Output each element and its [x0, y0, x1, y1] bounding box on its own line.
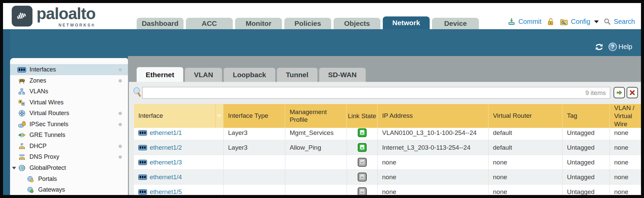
tab-dashboard[interactable]: Dashboard [137, 18, 184, 29]
cell-virtual-router: default [489, 126, 563, 140]
status-dot [119, 145, 122, 148]
cell-management-profile: Mgmt_Services [285, 126, 347, 140]
chevron-down-icon[interactable] [594, 20, 599, 23]
sidebar-item-dhcp[interactable]: IP DHCP [10, 141, 128, 152]
column-header-virtual-router[interactable]: Virtual Router [489, 104, 563, 128]
router-compass-icon [17, 110, 26, 117]
interface-link[interactable]: ethernet1/3 [138, 159, 182, 166]
sidebar-item-vlans[interactable]: VLANs [10, 86, 128, 97]
tab-objects[interactable]: Objects [334, 18, 380, 29]
lock-icon[interactable] [547, 18, 554, 26]
sidebar-item-label: GlobalProtect [29, 164, 66, 171]
waveform-glyph [15, 9, 29, 23]
table-row[interactable]: ethernet1/1 Layer3 Mgmt_Services VLAN010… [134, 126, 641, 140]
cell-interface-type: Layer3 [224, 126, 285, 140]
cell-interface-type: Layer3 [224, 140, 285, 155]
interface-link[interactable]: ethernet1/1 [138, 129, 182, 137]
table-row[interactable]: ethernet1/5 none none Untagged none [134, 185, 641, 195]
interface-name: ethernet1/3 [150, 159, 182, 166]
search-icon[interactable] [604, 18, 611, 25]
globe-portal-icon [26, 176, 35, 183]
config-icon[interactable] [560, 18, 568, 26]
status-dot [119, 112, 122, 115]
cell-vlan-wire: none [610, 140, 641, 155]
tab-policies[interactable]: Policies [284, 18, 331, 29]
table-row[interactable]: ethernet1/2 Layer3 Allow_Ping Internet_L… [134, 140, 641, 155]
table-row[interactable]: ethernet1/3 none none Untagged none [134, 155, 641, 170]
vlan-network-icon [17, 88, 26, 95]
column-header-interface[interactable]: Interface [134, 104, 216, 128]
interface-link[interactable]: ethernet1/4 [138, 174, 182, 181]
sidebar-item-label: DHCP [29, 143, 47, 150]
cell-virtual-router: none [489, 170, 563, 185]
globe-shield-icon [17, 164, 26, 172]
svg-text:IP: IP [20, 143, 23, 146]
sidebar-item-gre-tunnels[interactable]: GRE Tunnels [10, 130, 128, 141]
sidebar-item-label: Zones [29, 77, 46, 84]
tab-vlan[interactable]: VLAN [185, 68, 222, 82]
top-bar: paloalto NETWORKS® Dashboard ACC Monitor… [3, 3, 641, 29]
cell-virtual-router: default [489, 140, 563, 155]
column-sort-dropdown[interactable] [216, 104, 224, 128]
column-header-link-state[interactable]: Link State [347, 104, 378, 128]
search-button[interactable]: Search [614, 18, 635, 26]
tab-loopback[interactable]: Loopback [224, 68, 275, 82]
config-menu[interactable]: Config [571, 18, 590, 26]
cell-vlan-wire: none [610, 170, 641, 185]
filter-input[interactable] [142, 87, 610, 99]
cell-tag: Untagged [563, 140, 610, 155]
tab-monitor[interactable]: Monitor [235, 18, 282, 29]
column-header-vlan-wire[interactable]: VLAN / Virtual Wire [610, 104, 641, 128]
interface-link[interactable]: ethernet1/2 [138, 144, 182, 151]
tab-network[interactable]: Network [383, 16, 430, 29]
commit-icon[interactable] [508, 18, 515, 26]
sidebar-item-label: Virtual Wires [29, 99, 64, 106]
paloalto-logo-icon [12, 6, 32, 27]
cell-link-state [347, 126, 378, 140]
sidebar-item-portals[interactable]: Portals [10, 174, 128, 185]
cell-management-profile: Allow_Ping [285, 140, 347, 155]
sidebar-item-ipsec-tunnels[interactable]: IPSec Tunnels [10, 119, 128, 130]
sidebar-item-dns-proxy[interactable]: DNS DNS Proxy [10, 151, 128, 162]
sidebar-item-label: Virtual Routers [29, 110, 69, 117]
status-dot [119, 68, 122, 71]
ethernet-port-icon [138, 160, 147, 165]
cell-interface-type [224, 155, 285, 170]
apply-filter-button[interactable] [614, 87, 625, 98]
dns-icon: DNS [17, 153, 26, 161]
tab-device[interactable]: Device [432, 18, 479, 29]
sidebar-item-globalprotect[interactable]: GlobalProtect [10, 162, 128, 174]
tab-tunnel[interactable]: Tunnel [277, 68, 317, 82]
sidebar-item-interfaces[interactable]: Interfaces [10, 64, 128, 75]
ethernet-port-icon [138, 189, 147, 195]
column-header-interface-type[interactable]: Interface Type [224, 104, 285, 128]
help-icon: ? [609, 43, 617, 51]
table-row[interactable]: ethernet1/4 none none Untagged none [134, 170, 641, 185]
sidebar-item-virtual-routers[interactable]: Virtual Routers [10, 108, 128, 119]
collapse-triangle-icon[interactable] [12, 167, 16, 169]
column-header-tag[interactable]: Tag [563, 104, 610, 128]
column-header-management-profile[interactable]: Management Profile [285, 104, 347, 128]
tunnel-arrows-icon [17, 132, 26, 139]
tab-acc[interactable]: ACC [186, 18, 233, 29]
cell-tag: Untagged [563, 185, 610, 195]
sidebar-item-zones[interactable]: Zones [10, 75, 128, 86]
sidebar-item-gateways[interactable]: Gateways [10, 184, 128, 195]
sidebar-item-label: GRE Tunnels [29, 132, 65, 139]
interface-link[interactable]: ethernet1/5 [138, 188, 182, 195]
tab-sdwan[interactable]: SD-WAN [319, 68, 366, 82]
refresh-icon[interactable] [594, 43, 604, 51]
tab-ethernet[interactable]: Ethernet [137, 67, 183, 82]
cell-ip-address: VLAN0100_L3_10-1-100-254--24 [378, 126, 489, 140]
banner-actions: ? Help [594, 43, 632, 51]
cell-tag: Untagged [563, 170, 610, 185]
commit-button[interactable]: Commit [518, 18, 542, 26]
column-header-ip-address[interactable]: IP Address [378, 104, 489, 128]
zone-barrier-icon [17, 77, 26, 85]
cell-link-state [347, 155, 378, 170]
interface-name: ethernet1/4 [150, 174, 182, 181]
help-link[interactable]: ? Help [609, 43, 632, 51]
sidebar-item-virtual-wires[interactable]: Virtual Wires [10, 97, 128, 108]
cell-management-profile [285, 170, 347, 185]
clear-filter-button[interactable] [627, 87, 638, 98]
